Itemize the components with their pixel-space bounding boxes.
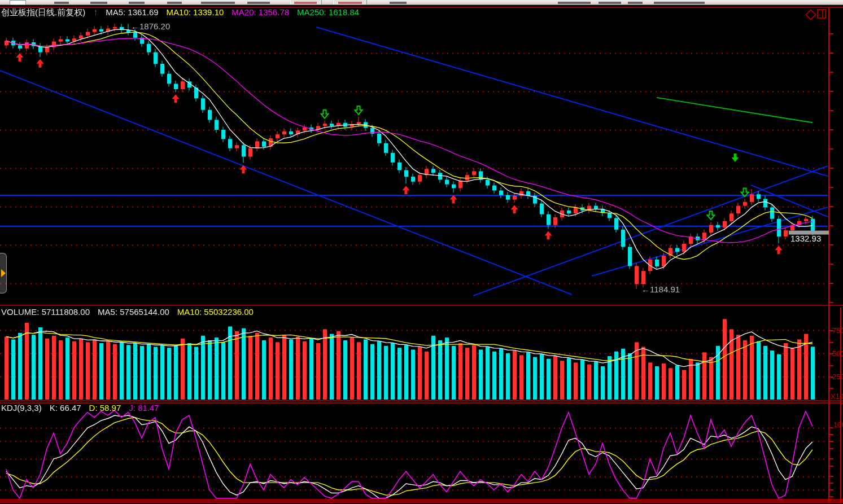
expand-arrow-icon [1,269,6,277]
menu-text-fragment [599,2,621,4]
buy-signal-icon: ↑ [93,7,98,17]
menu-text-fragment [90,2,107,4]
menu-text-fragment [167,2,182,4]
volume-ma10: MA10: 55032236.00 [177,307,254,317]
menu-text-fragment [201,2,235,4]
volume-multiplier-label: X10000 [831,393,843,400]
menu-button[interactable] [290,0,322,5]
menu-text-fragment [654,2,705,4]
volume-axis-label: 7500 [832,327,843,334]
sidebar-flyout-handle[interactable] [0,253,7,293]
kdj-pane-header: KDJ(9,3,3) K: 66.47 D: 58.97 J: 81.47 [1,403,159,413]
ma10-legend: MA10: 1339.10 [167,7,224,17]
menu-bar[interactable] [0,0,843,5]
menu-text-fragment [558,2,591,4]
high-price-label: ←1876.20 [131,21,170,31]
split-panes-icon[interactable] [817,9,826,19]
menu-input-fragment[interactable] [10,0,26,5]
ma20-legend: MA20: 1356.78 [232,7,289,17]
volume-pane-header: VOLUME: 57111808.00 MA5: 57565144.00 MA1… [1,307,254,317]
volume-axis-label: 2500 [832,373,843,380]
low-price-label: ←1184.91 [641,284,680,294]
menu-text-fragment [247,2,270,4]
menu-text-fragment [54,2,69,4]
main-pane-header: 创业板指(日线.前复权) ↑ MA5: 1361.69 MA10: 1339.1… [1,7,359,17]
chart-canvas[interactable] [0,0,843,504]
kdj-k-value: K: 66.47 [50,403,81,413]
kdj-j-value: J: 81.47 [129,403,159,413]
kdj-axis-label: 100 [833,421,843,428]
menu-button[interactable] [333,0,367,5]
symbol-title: 创业板指(日线.前复权) [1,7,85,17]
volume-value: VOLUME: 57111808.00 [1,307,90,317]
menu-text-fragment [628,2,643,4]
volume-ma5: MA5: 57565144.00 [98,307,169,317]
kdj-d-value: D: 58.97 [89,403,121,413]
kdj-title: KDJ(9,3,3) [1,403,42,413]
ma250-legend: MA250: 1618.84 [297,7,359,17]
ma5-legend: MA5: 1361.69 [106,7,158,17]
menu-text-fragment [129,2,145,4]
volume-axis-label: 5000 [832,350,843,357]
trading-terminal: { "colors":{"up":"#ff3232","down":"#00e6… [0,0,843,504]
menu-text-fragment [390,2,407,4]
last-price-tag: 1332.93 [790,234,821,243]
